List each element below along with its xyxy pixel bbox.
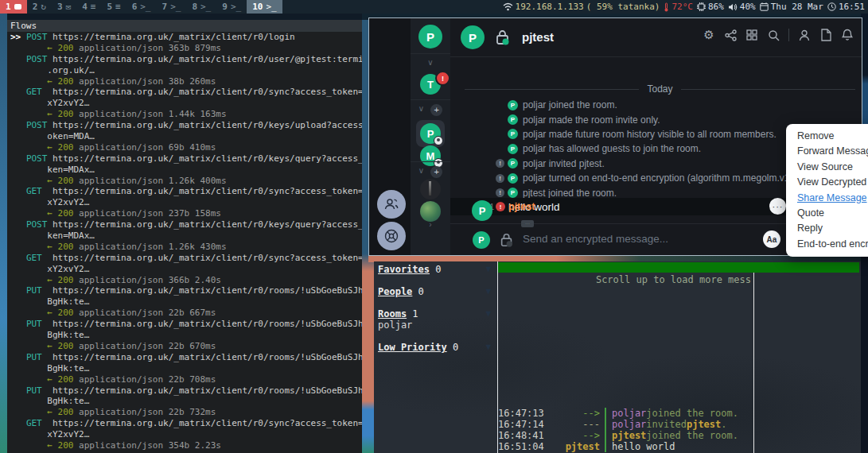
menu-item-end-to-end-encry[interactable]: End-to-end encry [786, 237, 868, 252]
menu-item-forward-message[interactable]: Forward Message [786, 144, 868, 159]
message-options-button[interactable]: ··· [769, 198, 786, 215]
nicklist-separator [753, 273, 754, 453]
explore-button[interactable] [377, 222, 406, 250]
room-avatar-pjtest-dm[interactable]: P [411, 123, 450, 144]
scroll-notice: Scroll up to load more mess [498, 274, 751, 285]
workspace-3[interactable]: 3✉ [52, 0, 76, 14]
room-avatar-image [420, 201, 441, 222]
dropdown-arrow-icon[interactable]: ▼ [485, 308, 491, 319]
buffer-item-poljar[interactable]: poljar [378, 319, 497, 331]
menu-item-reply[interactable]: Reply [786, 221, 868, 236]
apps-grid-icon[interactable] [745, 29, 758, 41]
event-text: pjtest joined the room. [523, 188, 617, 199]
flow-url: https://termina.org.uk/_matrix/client/r0… [53, 32, 295, 42]
flow-row[interactable]: POST https://termina.org.uk/_matrix/clie… [10, 219, 362, 230]
add-room-button[interactable]: + [430, 104, 442, 116]
room-avatar-m-dm[interactable]: M [411, 145, 450, 166]
workspace-10[interactable]: 10>_ [247, 0, 282, 14]
section-collapse-chevron[interactable]: ∨ [418, 166, 424, 178]
share-icon[interactable] [724, 29, 737, 41]
flow-row[interactable]: POST https://termina.org.uk/_matrix/clie… [10, 153, 362, 165]
expand-chevron[interactable]: › [411, 220, 450, 229]
log-text: . [721, 419, 726, 430]
menu-item-share-message[interactable]: Share Message [786, 191, 868, 206]
workspace-9[interactable]: 9>_ [216, 0, 247, 14]
section-label: Rooms [378, 308, 407, 319]
add-room-button[interactable]: + [430, 166, 442, 178]
settings-gear-icon[interactable]: ⚙ [703, 29, 715, 41]
flow-row[interactable]: GET https://termina.org.uk/_matrix/clien… [10, 87, 362, 98]
menu-item-quote[interactable]: Quote [786, 206, 868, 221]
unencrypted-warning-icon: ! [496, 202, 505, 211]
dropdown-arrow-icon[interactable]: ▼ [485, 264, 491, 275]
event-avatar: P [508, 173, 518, 184]
flow-selection-marker [10, 54, 26, 64]
menu-item-view-source[interactable]: View Source [786, 160, 868, 175]
flow-url: https://termina.org.uk/_matrix/client/r0… [53, 418, 362, 428]
event-text: poljar invited pjtest. [523, 158, 605, 169]
volume-segment: 40% [728, 2, 756, 12]
flow-row[interactable]: PUT https://termina.org.uk/_matrix/clien… [10, 385, 362, 397]
search-icon[interactable] [767, 29, 780, 41]
files-icon[interactable] [819, 29, 832, 41]
flow-row[interactable]: GET https://termina.org.uk/_matrix/clien… [10, 418, 362, 429]
workspace-2[interactable]: 2↻ [27, 0, 52, 14]
members-icon[interactable] [798, 29, 811, 41]
buffer-section[interactable]: Rooms 1▼ [378, 308, 497, 319]
event-icon-slot: ! [496, 174, 508, 183]
log-text: pjtest [612, 430, 646, 441]
workspace-8[interactable]: 8>_ [186, 0, 216, 14]
flow-row[interactable]: PUT https://termina.org.uk/_matrix/clien… [10, 285, 362, 296]
people-button[interactable] [377, 190, 406, 219]
notifications-bell-icon[interactable] [841, 29, 854, 41]
formatting-aa-button[interactable]: Aa [763, 230, 780, 248]
flow-status-code: ← 200 [47, 76, 73, 87]
room-header-avatar[interactable]: P [461, 25, 485, 49]
workspace-7[interactable]: 7>_ [157, 0, 187, 14]
flow-url: https://termina.org.uk/_matrix/client/r0… [53, 319, 362, 329]
workspace-6[interactable]: 6>_ [127, 0, 157, 14]
explore-icon [384, 229, 399, 243]
workspace-5[interactable]: 5≡ [101, 0, 126, 14]
section-count: 0 [430, 264, 441, 275]
flow-url-continuation: .org.uk/… [10, 65, 362, 76]
flow-selection-marker [10, 385, 26, 396]
buffer-section[interactable]: Low Priority 0▼ [378, 342, 497, 353]
flow-row[interactable]: >> POST https://termina.org.uk/_matrix/c… [10, 32, 362, 43]
mail-icon: ✉ [66, 2, 72, 12]
menu-item-view-decrypted-s[interactable]: View Decrypted S [786, 175, 868, 190]
log-prefix: pjtest [546, 441, 600, 452]
user-avatar[interactable]: P [411, 25, 450, 48]
buffer-section[interactable]: Favorites 0▼ [378, 264, 497, 275]
message-input[interactable]: Send an encrypted message... [523, 233, 668, 245]
flow-row[interactable]: GET https://termina.org.uk/_matrix/clien… [10, 253, 362, 264]
composer-avatar: P [473, 231, 490, 249]
flow-row[interactable]: POST https://termina.org.uk/_matrix/clie… [10, 54, 362, 65]
flow-row[interactable]: PUT https://termina.org.uk/_matrix/clien… [10, 319, 362, 330]
log-line: 16:48:41-->pjtest joined the room. [498, 430, 753, 441]
flow-response: ← 200 application/json 354b 2.23s [10, 440, 362, 451]
section-collapse-chevron[interactable]: ∨ [418, 104, 424, 116]
workspace-1[interactable]: 1 [0, 0, 27, 14]
workspace-number: 9 [222, 2, 228, 12]
room-avatar-invite[interactable]: T ! [411, 74, 450, 95]
buffer-section[interactable]: People 0▼ [378, 286, 497, 297]
room-avatar-earth[interactable] [411, 201, 450, 222]
log-prefix: --> [546, 408, 600, 419]
room-avatar-tower[interactable] [411, 179, 450, 199]
section-collapse-chevron[interactable]: ∨ [411, 58, 450, 67]
log-text: poljar [612, 408, 646, 419]
flow-url-continuation: xY2xvY2… [10, 98, 362, 109]
ip-address: 192.168.1.133 [516, 2, 584, 12]
menu-item-remove[interactable]: Remove [786, 129, 868, 144]
log-timestamp: 16:47:13 [498, 408, 546, 419]
dropdown-arrow-icon[interactable]: ▼ [485, 342, 491, 353]
flow-row[interactable]: GET https://termina.org.uk/_matrix/clien… [10, 186, 362, 197]
flow-selection-marker [10, 285, 26, 296]
sender-avatar[interactable]: P [472, 200, 492, 221]
dropdown-arrow-icon[interactable]: ▼ [485, 286, 491, 297]
flow-row[interactable]: PUT https://termina.org.uk/_matrix/clien… [10, 352, 362, 363]
workspace-number: 7 [162, 2, 168, 12]
flow-row[interactable]: POST https://termina.org.uk/_matrix/clie… [10, 120, 362, 131]
workspace-4[interactable]: 4≡ [76, 0, 101, 14]
